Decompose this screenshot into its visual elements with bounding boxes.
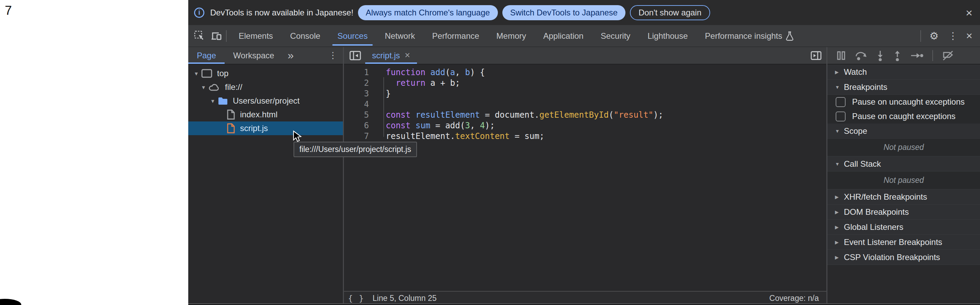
tree-item-script-js[interactable]: script.js <box>188 121 343 135</box>
tab-label: Sources <box>337 31 368 41</box>
infobar-button-0[interactable]: Always match Chrome's language <box>358 5 498 20</box>
section-header-call-stack[interactable]: ▼Call Stack <box>827 156 980 172</box>
section-header-scope[interactable]: ▼Scope <box>827 123 980 139</box>
code-text: const resultElement = document.getElemen… <box>386 110 663 120</box>
expand-arrow-icon[interactable]: ▶ <box>835 255 844 260</box>
section-header-global-listeners[interactable]: ▶Global Listeners <box>827 220 980 235</box>
tree-item-file-[interactable]: ▼file:// <box>188 80 343 94</box>
overflow-tabs-icon[interactable]: » <box>288 49 294 62</box>
folder-icon <box>218 97 228 105</box>
tree-item-index-html[interactable]: index.html <box>188 108 343 121</box>
navigator-tab-page[interactable]: Page <box>188 47 224 64</box>
section-header-breakpoints[interactable]: ▼Breakpoints <box>827 80 980 95</box>
section-header-label: Watch <box>844 67 867 77</box>
section-header-dom-breakpoints[interactable]: ▶DOM Breakpoints <box>827 204 980 220</box>
tree-item-label: index.html <box>240 110 277 120</box>
infobar-button-label: Don't show again <box>638 8 701 18</box>
checkbox-label: Pause on caught exceptions <box>852 112 956 121</box>
file-path-tooltip: file:///Users/user/project/script.js <box>294 142 417 157</box>
content-area: PageWorkspace»⋮ ▼top▼file://▼Users/user/… <box>188 47 980 305</box>
screen: 7 i DevTools is now available in Japanes… <box>0 0 980 305</box>
navigator-pane: PageWorkspace»⋮ ▼top▼file://▼Users/user/… <box>188 47 343 305</box>
tab-memory[interactable]: Memory <box>488 25 535 47</box>
infobar-message: DevTools is now available in Japanese! <box>210 8 353 18</box>
pause-icon[interactable] <box>836 51 846 61</box>
not-paused-notice: Not paused <box>827 139 980 156</box>
device-toolbar-icon[interactable] <box>210 30 223 42</box>
line-number: 3 <box>344 88 369 99</box>
notice-label: Not paused <box>884 143 924 152</box>
collapse-arrow-icon[interactable]: ▼ <box>835 161 844 167</box>
step-into-icon[interactable] <box>876 50 885 61</box>
settings-gear-icon[interactable]: ⚙ <box>929 30 939 42</box>
tree-item-label: file:// <box>225 82 242 92</box>
section-header-label: Global Listeners <box>844 222 903 232</box>
devtools-close-icon[interactable]: × <box>966 29 972 42</box>
collapse-arrow-icon[interactable]: ▼ <box>835 128 844 134</box>
collapse-navigator-icon[interactable] <box>349 50 361 61</box>
more-options-icon[interactable]: ⋮ <box>948 30 958 42</box>
infobar-button-2[interactable]: Don't show again <box>630 5 710 20</box>
checkbox-pause-on-caught-exceptions[interactable] <box>836 112 846 121</box>
open-sidebar-icon[interactable] <box>811 50 822 61</box>
tab-performance-insights[interactable]: Performance insights <box>697 25 802 47</box>
line-number: 1 <box>344 67 369 78</box>
tab-network[interactable]: Network <box>376 25 423 47</box>
tree-item-users-user-project[interactable]: ▼Users/user/project <box>188 94 343 108</box>
expand-arrow-icon[interactable]: ▼ <box>210 98 218 104</box>
section-header-event-listener-breakpoints[interactable]: ▶Event Listener Breakpoints <box>827 235 980 250</box>
navigator-tab-label: Workspace <box>233 51 274 61</box>
code-text: return a + b; <box>386 78 460 88</box>
tab-performance[interactable]: Performance <box>423 25 488 47</box>
checkbox-pause-on-uncaught-exceptions[interactable] <box>836 97 846 107</box>
navigator-more-icon[interactable]: ⋮ <box>328 50 337 61</box>
infobar-close-icon[interactable]: × <box>966 7 972 19</box>
navigator-toolbar: PageWorkspace»⋮ <box>188 47 343 64</box>
expand-arrow-icon[interactable]: ▶ <box>835 240 844 245</box>
tab-label: Console <box>290 31 320 41</box>
cursor-position-text: Line 5, Column 25 <box>373 294 437 303</box>
tab-label: Security <box>601 31 631 41</box>
tab-application[interactable]: Application <box>535 25 592 47</box>
expand-arrow-icon[interactable]: ▶ <box>835 224 844 230</box>
code-line: 1function add(a, b) { <box>344 67 826 78</box>
section-header-csp-violation-breakpoints[interactable]: ▶CSP Violation Breakpoints <box>827 250 980 265</box>
tab-lighthouse[interactable]: Lighthouse <box>639 25 696 47</box>
inspect-icon[interactable] <box>194 30 205 42</box>
tab-console[interactable]: Console <box>282 25 329 47</box>
editor-tab-scriptjs[interactable]: script.js × <box>365 47 417 64</box>
infobar-button-label: Switch DevTools to Japanese <box>510 8 618 18</box>
expand-arrow-icon[interactable]: ▶ <box>835 209 844 215</box>
expand-arrow-icon[interactable]: ▶ <box>835 194 844 200</box>
infobar-button-1[interactable]: Switch DevTools to Japanese <box>502 5 626 20</box>
expand-arrow-icon[interactable]: ▼ <box>201 85 208 90</box>
code-editor[interactable]: 1function add(a, b) {2 return a + b;3}45… <box>344 64 826 291</box>
coverage-text: Coverage: n/a <box>770 294 819 303</box>
step-over-icon[interactable] <box>855 50 867 61</box>
tab-label: Performance <box>432 31 479 41</box>
page-result-text: 7 <box>5 3 12 18</box>
tab-close-icon[interactable]: × <box>405 50 410 61</box>
deactivate-breakpoints-icon[interactable] <box>942 50 954 61</box>
step-icon[interactable] <box>910 51 923 60</box>
tab-label: Network <box>385 31 415 41</box>
navigator-tab-workspace[interactable]: Workspace <box>224 47 283 64</box>
toolbar-divider <box>226 30 227 42</box>
section-header-xhr-fetch-breakpoints[interactable]: ▶XHR/fetch Breakpoints <box>827 189 980 204</box>
tab-elements[interactable]: Elements <box>230 25 282 47</box>
tab-sources[interactable]: Sources <box>329 25 376 47</box>
expand-arrow-icon[interactable]: ▼ <box>194 71 201 77</box>
pretty-print-icon[interactable]: { } <box>348 294 364 303</box>
active-tab-underline <box>365 62 417 64</box>
step-out-icon[interactable] <box>893 50 902 61</box>
tree-item-top[interactable]: ▼top <box>188 67 343 80</box>
infobar-button-label: Always match Chrome's language <box>366 8 490 18</box>
expand-arrow-icon[interactable]: ▶ <box>835 69 844 75</box>
tab-label: Memory <box>496 31 527 41</box>
tab-security[interactable]: Security <box>592 25 639 47</box>
toolbar-divider <box>920 30 921 42</box>
collapse-arrow-icon[interactable]: ▼ <box>835 85 844 90</box>
main-toolbar: ElementsConsoleSourcesNetworkPerformance… <box>188 25 980 47</box>
section-header-watch[interactable]: ▶Watch <box>827 64 980 80</box>
code-lines: 1function add(a, b) {2 return a + b;3}45… <box>344 67 826 142</box>
